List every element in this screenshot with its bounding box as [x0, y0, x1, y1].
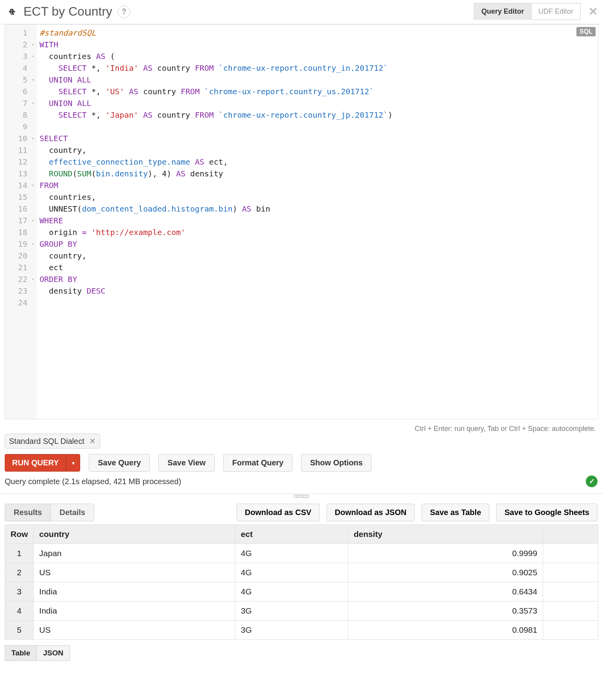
code-token: [39, 75, 49, 84]
code-line[interactable]: WHERE: [39, 215, 598, 226]
save-as-table-button[interactable]: Save as Table: [422, 504, 489, 521]
code-line[interactable]: GROUP BY: [39, 238, 598, 250]
table-cell: 4G: [235, 544, 348, 563]
code-line[interactable]: [39, 121, 598, 133]
results-view-json[interactable]: JSON: [37, 645, 70, 661]
code-line[interactable]: SELECT *, 'India' AS country FROM `chrom…: [39, 62, 598, 74]
fold-icon[interactable]: ▾: [32, 97, 34, 109]
gutter-line: 8: [5, 109, 36, 121]
table-cell: 3: [5, 582, 34, 601]
fold-icon[interactable]: ▾: [32, 238, 34, 250]
code-token: WHERE: [39, 216, 63, 225]
code-token: 'US': [106, 87, 124, 96]
code-line[interactable]: WITH: [39, 39, 598, 50]
code-token: ect: [39, 263, 63, 272]
code-line[interactable]: #standardSQL: [39, 27, 598, 39]
gutter-line: 5▾: [5, 74, 36, 86]
results-tab-results[interactable]: Results: [5, 504, 50, 521]
dialect-chip[interactable]: Standard SQL Dialect ✕: [5, 434, 100, 449]
fold-icon[interactable]: ▾: [32, 50, 34, 62]
table-row: 4India3G0.3573: [5, 601, 598, 621]
code-token: bin.density: [96, 169, 148, 178]
results-col-header: country: [34, 525, 235, 544]
editor-gutter: 12▾3▾45▾67▾8910▾11121314▾151617▾1819▾202…: [5, 25, 36, 419]
code-line[interactable]: ect: [39, 262, 598, 273]
save-view-button[interactable]: Save View: [158, 454, 214, 472]
code-line[interactable]: FROM: [39, 179, 598, 191]
gutter-line: 4: [5, 62, 36, 74]
code-token: bin: [251, 204, 270, 214]
table-cell-filler: [543, 621, 598, 640]
code-line[interactable]: UNION ALL: [39, 74, 598, 86]
code-line[interactable]: countries AS (: [39, 50, 598, 62]
code-token: *,: [86, 110, 105, 120]
code-token: ORDER BY: [39, 275, 77, 284]
close-icon[interactable]: ✕: [589, 5, 598, 18]
results-col-header: ect: [235, 525, 348, 544]
code-line[interactable]: effective_connection_type.name AS ect,: [39, 156, 598, 168]
tab-udf-editor[interactable]: UDF Editor: [531, 3, 581, 20]
show-options-button[interactable]: Show Options: [301, 454, 371, 472]
code-line[interactable]: SELECT *, 'US' AS country FROM `chrome-u…: [39, 86, 598, 97]
code-line[interactable]: origin = 'http://example.com': [39, 226, 598, 238]
code-line[interactable]: UNION ALL: [39, 97, 598, 109]
results-view-table[interactable]: Table: [5, 645, 37, 661]
table-cell: 2: [5, 563, 34, 582]
run-query-button[interactable]: RUN QUERY: [5, 454, 66, 472]
save-query-button[interactable]: Save Query: [89, 454, 150, 472]
table-cell: 0.0981: [348, 621, 543, 640]
code-token: ROUND: [49, 169, 72, 178]
fold-icon[interactable]: ▾: [32, 74, 34, 86]
code-line[interactable]: country,: [39, 144, 598, 156]
code-token: 'India': [106, 63, 138, 73]
fold-icon[interactable]: ▾: [32, 133, 34, 144]
code-line[interactable]: SELECT: [39, 133, 598, 144]
gutter-line: 17▾: [5, 215, 36, 226]
code-line[interactable]: ORDER BY: [39, 273, 598, 285]
code-token: [214, 63, 219, 73]
table-cell: 0.3573: [348, 601, 543, 621]
code-token: density: [39, 286, 86, 296]
results-col-header: density: [348, 525, 543, 544]
code-token: country: [153, 63, 195, 73]
dialect-chip-close-icon[interactable]: ✕: [89, 436, 96, 446]
run-query-dropdown[interactable]: [66, 454, 80, 472]
code-line[interactable]: [39, 297, 598, 309]
code-line[interactable]: countries,: [39, 191, 598, 203]
format-query-button[interactable]: Format Query: [223, 454, 293, 472]
download-json-button[interactable]: Download as JSON: [327, 504, 415, 521]
help-icon[interactable]: ?: [118, 5, 130, 18]
code-token: *,: [86, 87, 105, 96]
results-col-filler: [543, 525, 598, 544]
table-cell-filler: [543, 563, 598, 582]
table-row: 2US4G0.9025: [5, 563, 598, 582]
code-line[interactable]: SELECT *, 'Japan' AS country FROM `chrom…: [39, 109, 598, 121]
editor-hints: Ctrl + Enter: run query, Tab or Ctrl + S…: [0, 423, 603, 434]
code-token: countries,: [39, 192, 96, 202]
code-line[interactable]: ROUND(SUM(bin.density), 4) AS density: [39, 168, 598, 179]
code-line[interactable]: UNNEST(dom_content_loaded.histogram.bin)…: [39, 203, 598, 215]
fold-icon[interactable]: ▾: [32, 39, 34, 50]
gutter-line: 10▾: [5, 133, 36, 144]
results-tab-details[interactable]: Details: [50, 504, 94, 521]
editor-code[interactable]: #standardSQLWITH countries AS ( SELECT *…: [39, 25, 598, 419]
fold-icon[interactable]: ▾: [32, 179, 34, 191]
table-cell: 3G: [235, 621, 348, 640]
code-token: [124, 87, 129, 96]
code-token: origin: [39, 228, 82, 237]
gutter-line: 19▾: [5, 238, 36, 250]
save-to-sheets-button[interactable]: Save to Google Sheets: [496, 504, 598, 521]
tab-query-editor[interactable]: Query Editor: [474, 3, 531, 20]
code-line[interactable]: country,: [39, 250, 598, 262]
code-token: countries: [39, 52, 96, 61]
fold-icon[interactable]: ▾: [32, 215, 34, 226]
download-csv-button[interactable]: Download as CSV: [237, 504, 319, 521]
gutter-line: 7▾: [5, 97, 36, 109]
sql-editor[interactable]: SQL 12▾3▾45▾67▾8910▾11121314▾151617▾1819…: [5, 24, 598, 419]
code-token: dom_content_loaded.histogram.bin: [82, 204, 232, 214]
pane-divider[interactable]: [0, 494, 603, 500]
table-cell: India: [34, 601, 235, 621]
code-line[interactable]: density DESC: [39, 285, 598, 297]
link-icon[interactable]: [5, 7, 19, 17]
fold-icon[interactable]: ▾: [32, 273, 34, 285]
